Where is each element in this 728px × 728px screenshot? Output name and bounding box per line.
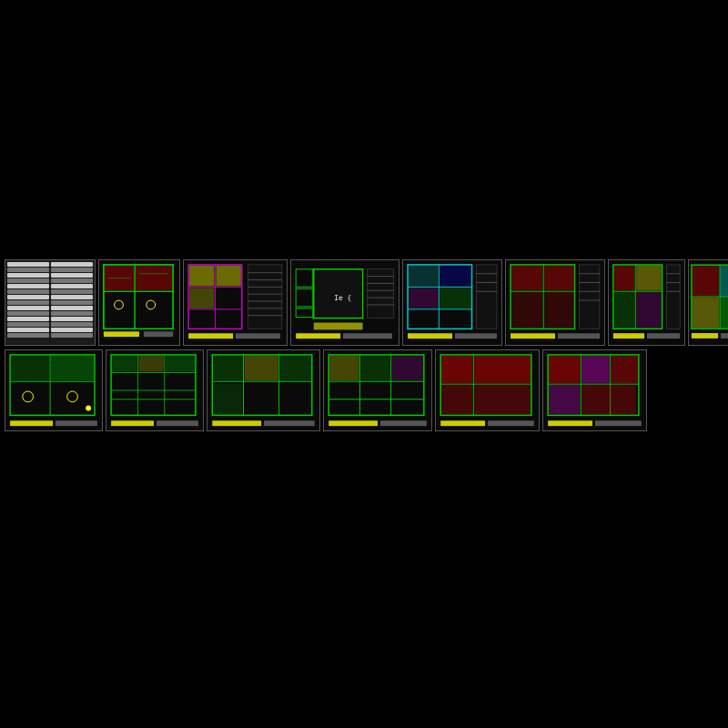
svg-rect-122 bbox=[111, 420, 154, 426]
svg-rect-131 bbox=[280, 356, 311, 380]
card-r1c3[interactable] bbox=[183, 259, 288, 346]
svg-rect-161 bbox=[549, 356, 580, 383]
svg-text:Ie {: Ie { bbox=[334, 294, 351, 302]
svg-rect-31 bbox=[236, 333, 280, 339]
svg-rect-9 bbox=[144, 331, 173, 337]
svg-rect-165 bbox=[581, 385, 636, 414]
svg-rect-111 bbox=[56, 420, 97, 426]
svg-rect-94 bbox=[720, 266, 728, 297]
svg-rect-96 bbox=[720, 298, 728, 328]
svg-rect-22 bbox=[248, 265, 282, 329]
svg-rect-150 bbox=[441, 356, 472, 383]
svg-rect-105 bbox=[11, 356, 49, 380]
card-r1c5[interactable] bbox=[402, 259, 502, 346]
svg-rect-81 bbox=[614, 266, 634, 290]
svg-rect-75 bbox=[511, 333, 555, 339]
svg-rect-7 bbox=[136, 266, 172, 290]
row-2 bbox=[5, 349, 723, 431]
svg-rect-68 bbox=[511, 292, 542, 328]
svg-rect-155 bbox=[488, 420, 534, 426]
svg-rect-55 bbox=[440, 288, 470, 308]
drawings-area: Ie { bbox=[5, 259, 723, 431]
svg-rect-46 bbox=[343, 333, 392, 339]
svg-rect-43 bbox=[314, 323, 363, 330]
card-r2c5[interactable] bbox=[435, 349, 540, 431]
svg-rect-95 bbox=[693, 298, 719, 328]
svg-rect-143 bbox=[392, 356, 423, 380]
card-r1c4[interactable]: Ie { bbox=[290, 259, 399, 346]
card-r2c3[interactable] bbox=[207, 349, 320, 431]
svg-rect-119 bbox=[112, 356, 136, 372]
svg-rect-130 bbox=[244, 356, 278, 380]
svg-rect-100 bbox=[721, 333, 728, 339]
svg-rect-134 bbox=[264, 420, 315, 426]
svg-rect-85 bbox=[666, 265, 680, 329]
svg-rect-60 bbox=[408, 333, 452, 339]
svg-rect-132 bbox=[212, 384, 241, 414]
svg-rect-120 bbox=[138, 356, 163, 372]
svg-rect-76 bbox=[558, 333, 600, 339]
svg-rect-45 bbox=[296, 333, 340, 339]
svg-rect-93 bbox=[693, 266, 719, 297]
card-r1c2[interactable] bbox=[98, 259, 180, 346]
svg-rect-141 bbox=[329, 356, 359, 380]
svg-rect-144 bbox=[329, 420, 378, 426]
svg-rect-53 bbox=[440, 266, 470, 287]
svg-rect-110 bbox=[10, 420, 53, 426]
svg-rect-54 bbox=[409, 288, 438, 308]
svg-rect-20 bbox=[216, 266, 240, 287]
svg-rect-133 bbox=[212, 420, 261, 426]
card-r2c2[interactable] bbox=[106, 349, 204, 431]
svg-rect-30 bbox=[188, 333, 233, 339]
svg-rect-69 bbox=[544, 292, 573, 328]
svg-rect-90 bbox=[647, 333, 680, 339]
svg-rect-106 bbox=[51, 356, 94, 380]
svg-rect-52 bbox=[409, 266, 438, 287]
svg-rect-66 bbox=[511, 266, 542, 290]
card-r2c1[interactable] bbox=[5, 349, 103, 431]
svg-rect-151 bbox=[474, 356, 531, 383]
svg-rect-82 bbox=[636, 266, 661, 290]
card-r1c8[interactable] bbox=[688, 259, 728, 346]
card-r2c4[interactable] bbox=[323, 349, 432, 431]
svg-rect-145 bbox=[380, 420, 427, 426]
svg-rect-121 bbox=[166, 356, 195, 372]
svg-rect-129 bbox=[213, 356, 242, 380]
svg-rect-70 bbox=[579, 265, 600, 329]
svg-rect-166 bbox=[548, 420, 592, 426]
svg-rect-164 bbox=[549, 385, 580, 414]
svg-rect-153 bbox=[474, 385, 531, 414]
svg-rect-67 bbox=[544, 266, 573, 290]
svg-rect-154 bbox=[440, 420, 485, 426]
row-1: Ie { bbox=[5, 259, 723, 346]
svg-rect-61 bbox=[455, 333, 497, 339]
card-r2c6[interactable] bbox=[542, 349, 647, 431]
svg-rect-89 bbox=[613, 333, 644, 339]
svg-rect-8 bbox=[104, 331, 139, 337]
main-container: Ie { bbox=[0, 0, 728, 728]
svg-rect-142 bbox=[360, 356, 389, 380]
svg-rect-167 bbox=[595, 420, 642, 426]
svg-rect-99 bbox=[692, 333, 718, 339]
svg-rect-56 bbox=[476, 265, 497, 329]
svg-rect-19 bbox=[189, 266, 214, 287]
svg-rect-21 bbox=[189, 288, 214, 308]
legend-card[interactable] bbox=[5, 259, 96, 346]
svg-rect-84 bbox=[636, 292, 661, 328]
svg-rect-152 bbox=[441, 385, 472, 414]
card-r1c6[interactable] bbox=[505, 259, 605, 346]
card-r1c7[interactable] bbox=[608, 259, 685, 346]
svg-rect-123 bbox=[157, 420, 198, 426]
svg-rect-162 bbox=[581, 356, 609, 383]
svg-rect-163 bbox=[612, 356, 638, 383]
svg-point-109 bbox=[86, 406, 91, 411]
svg-rect-83 bbox=[614, 292, 634, 328]
